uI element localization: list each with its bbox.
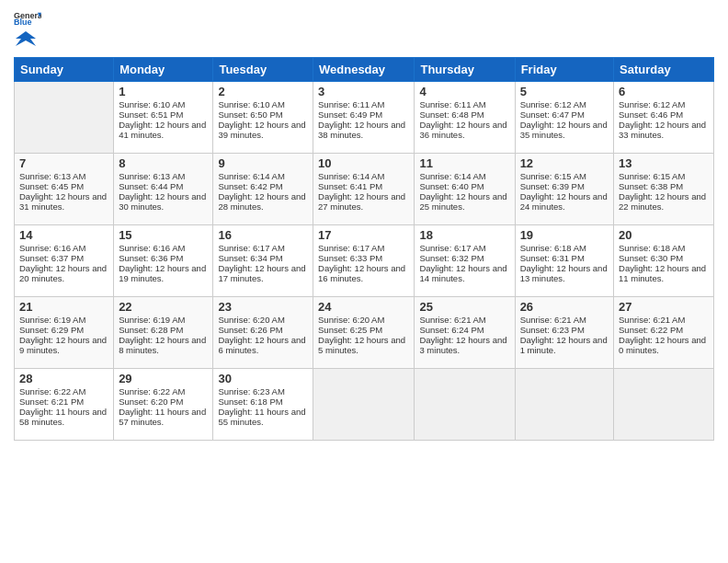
- day-number: 6: [619, 85, 709, 98]
- sunrise-text: Sunrise: 6:13 AM: [19, 171, 85, 181]
- calendar-cell: 13Sunrise: 6:15 AMSunset: 6:38 PMDayligh…: [614, 154, 714, 225]
- calendar-cell: 16Sunrise: 6:17 AMSunset: 6:34 PMDayligh…: [213, 225, 313, 297]
- daylight-label: Daylight: 12 hours and 6 minutes.: [218, 335, 305, 355]
- sunrise-text: Sunrise: 6:14 AM: [218, 171, 284, 181]
- day-number: 19: [520, 228, 609, 242]
- day-number: 5: [520, 85, 609, 98]
- day-number: 27: [619, 300, 709, 314]
- day-number: 25: [419, 300, 509, 314]
- sunrise-text: Sunrise: 6:17 AM: [318, 243, 384, 253]
- sunset-text: Sunset: 6:30 PM: [619, 253, 683, 263]
- calendar-cell: 8Sunrise: 6:13 AMSunset: 6:44 PMDaylight…: [114, 154, 213, 225]
- day-number: 8: [119, 156, 208, 170]
- calendar-cell: 10Sunrise: 6:14 AMSunset: 6:41 PMDayligh…: [313, 154, 415, 225]
- daylight-label: Daylight: 12 hours and 35 minutes.: [520, 120, 608, 140]
- day-header-saturday: Saturday: [614, 58, 714, 82]
- day-number: 12: [520, 156, 609, 170]
- daylight-label: Daylight: 12 hours and 27 minutes.: [318, 191, 405, 212]
- sunset-text: Sunset: 6:38 PM: [619, 181, 683, 191]
- calendar-cell: 4Sunrise: 6:11 AMSunset: 6:48 PMDaylight…: [415, 82, 515, 154]
- daylight-label: Daylight: 12 hours and 19 minutes.: [119, 263, 206, 283]
- sunset-text: Sunset: 6:22 PM: [619, 325, 683, 335]
- sunrise-text: Sunrise: 6:18 AM: [520, 243, 586, 253]
- calendar-cell: 28Sunrise: 6:22 AMSunset: 6:21 PMDayligh…: [15, 369, 114, 441]
- day-number: 4: [419, 85, 509, 98]
- sunrise-text: Sunrise: 6:14 AM: [318, 171, 384, 181]
- day-number: 16: [218, 228, 308, 242]
- sunrise-text: Sunrise: 6:12 AM: [619, 99, 685, 109]
- sunrise-text: Sunrise: 6:11 AM: [318, 99, 384, 109]
- day-number: 14: [19, 228, 108, 242]
- day-header-sunday: Sunday: [15, 58, 114, 82]
- sunset-text: Sunset: 6:21 PM: [19, 396, 84, 407]
- day-number: 3: [318, 85, 409, 98]
- sunset-text: Sunset: 6:40 PM: [419, 181, 483, 191]
- daylight-label: Daylight: 12 hours and 8 minutes.: [119, 335, 206, 355]
- sunrise-text: Sunrise: 6:22 AM: [19, 386, 85, 396]
- sunset-text: Sunset: 6:26 PM: [218, 325, 282, 335]
- sunset-text: Sunset: 6:50 PM: [218, 109, 282, 120]
- sunrise-text: Sunrise: 6:16 AM: [19, 243, 85, 253]
- daylight-label: Daylight: 12 hours and 0 minutes.: [619, 335, 706, 355]
- sunrise-text: Sunrise: 6:12 AM: [520, 99, 586, 109]
- day-number: 29: [119, 372, 208, 385]
- daylight-label: Daylight: 11 hours and 57 minutes.: [119, 407, 206, 427]
- sunset-text: Sunset: 6:31 PM: [520, 253, 585, 263]
- day-number: 10: [318, 156, 409, 170]
- daylight-label: Daylight: 12 hours and 41 minutes.: [119, 120, 206, 140]
- calendar-cell: [515, 369, 613, 441]
- header: General Blue: [14, 9, 714, 50]
- sunset-text: Sunset: 6:18 PM: [218, 396, 282, 407]
- day-header-friday: Friday: [515, 58, 613, 82]
- calendar-cell: [415, 369, 515, 441]
- sunset-text: Sunset: 6:28 PM: [119, 325, 183, 335]
- sunrise-text: Sunrise: 6:22 AM: [119, 386, 185, 396]
- calendar-cell: [614, 369, 714, 441]
- calendar-week-row: 21Sunrise: 6:19 AMSunset: 6:29 PMDayligh…: [15, 297, 714, 369]
- daylight-label: Daylight: 12 hours and 14 minutes.: [419, 263, 506, 283]
- calendar-cell: 14Sunrise: 6:16 AMSunset: 6:37 PMDayligh…: [15, 225, 114, 297]
- calendar-cell: 30Sunrise: 6:23 AMSunset: 6:18 PMDayligh…: [213, 369, 313, 441]
- daylight-label: Daylight: 12 hours and 17 minutes.: [218, 263, 305, 283]
- sunset-text: Sunset: 6:24 PM: [419, 325, 483, 335]
- sunset-text: Sunset: 6:39 PM: [520, 181, 585, 191]
- sunset-text: Sunset: 6:20 PM: [119, 396, 183, 407]
- daylight-label: Daylight: 12 hours and 31 minutes.: [19, 191, 107, 212]
- sunset-text: Sunset: 6:25 PM: [318, 325, 382, 335]
- sunset-text: Sunset: 6:49 PM: [318, 109, 382, 120]
- day-number: 13: [619, 156, 709, 170]
- sunrise-text: Sunrise: 6:15 AM: [619, 171, 685, 181]
- day-header-tuesday: Tuesday: [213, 58, 313, 82]
- day-number: 9: [218, 156, 308, 170]
- sunset-text: Sunset: 6:29 PM: [19, 325, 84, 335]
- calendar-cell: 29Sunrise: 6:22 AMSunset: 6:20 PMDayligh…: [114, 369, 213, 441]
- sunrise-text: Sunrise: 6:21 AM: [619, 315, 685, 325]
- sunrise-text: Sunrise: 6:16 AM: [119, 243, 185, 253]
- day-number: 22: [119, 300, 208, 314]
- sunrise-text: Sunrise: 6:15 AM: [520, 171, 586, 181]
- calendar-cell: 24Sunrise: 6:20 AMSunset: 6:25 PMDayligh…: [313, 297, 415, 369]
- sunset-text: Sunset: 6:36 PM: [119, 253, 183, 263]
- daylight-label: Daylight: 12 hours and 36 minutes.: [419, 120, 506, 140]
- calendar-week-row: 1Sunrise: 6:10 AMSunset: 6:51 PMDaylight…: [15, 82, 714, 154]
- day-number: 21: [19, 300, 108, 314]
- logo-icon: General Blue: [14, 9, 41, 28]
- sunset-text: Sunset: 6:47 PM: [520, 109, 585, 120]
- day-number: 28: [19, 372, 108, 385]
- sunrise-text: Sunrise: 6:18 AM: [619, 243, 685, 253]
- day-number: 20: [619, 228, 709, 242]
- sunrise-text: Sunrise: 6:20 AM: [218, 315, 284, 325]
- calendar-cell: 25Sunrise: 6:21 AMSunset: 6:24 PMDayligh…: [415, 297, 515, 369]
- calendar-cell: 15Sunrise: 6:16 AMSunset: 6:36 PMDayligh…: [114, 225, 213, 297]
- sunset-text: Sunset: 6:23 PM: [520, 325, 585, 335]
- calendar-cell: 5Sunrise: 6:12 AMSunset: 6:47 PMDaylight…: [515, 82, 613, 154]
- calendar-cell: 27Sunrise: 6:21 AMSunset: 6:22 PMDayligh…: [614, 297, 714, 369]
- sunrise-text: Sunrise: 6:10 AM: [119, 99, 185, 109]
- sunset-text: Sunset: 6:51 PM: [119, 109, 183, 120]
- daylight-label: Daylight: 12 hours and 5 minutes.: [318, 335, 405, 355]
- calendar-cell: 26Sunrise: 6:21 AMSunset: 6:23 PMDayligh…: [515, 297, 613, 369]
- calendar-cell: 12Sunrise: 6:15 AMSunset: 6:39 PMDayligh…: [515, 154, 613, 225]
- page: General Blue SundayMondayTuesdayWednesda…: [0, 0, 728, 563]
- daylight-label: Daylight: 12 hours and 3 minutes.: [419, 335, 506, 355]
- calendar-cell: 22Sunrise: 6:19 AMSunset: 6:28 PMDayligh…: [114, 297, 213, 369]
